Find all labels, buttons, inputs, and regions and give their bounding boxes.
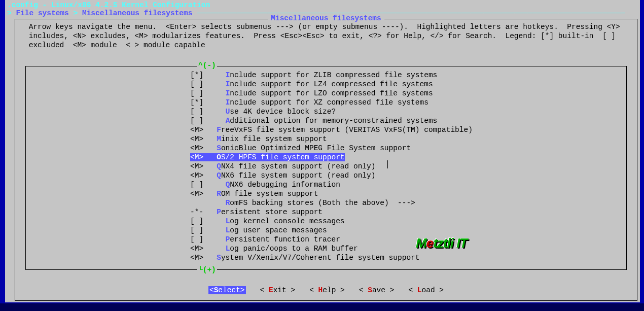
dialog-button[interactable]: < Save > — [359, 286, 395, 294]
window-title: .config - Linux/x86 4.2.5 Kernel Configu… — [5, 0, 640, 9]
menu-item[interactable]: <M> Log panic/oops to a RAM buffer — [26, 244, 626, 253]
help-text: Arrow keys navigate the menu. <Enter> se… — [15, 19, 637, 55]
bottom-bar — [0, 303, 644, 311]
menu-item[interactable]: -*- Persistent store support — [26, 208, 626, 217]
text-cursor — [387, 160, 388, 168]
dialog-title: Miscellaneous filesystems — [268, 14, 384, 22]
scroll-up-indicator: ^(-) — [197, 61, 217, 70]
menu-item[interactable]: <M> QNX4 file system support (read only) — [26, 162, 626, 171]
menu-item[interactable]: <M> QNX6 file system support (read only) — [26, 171, 626, 180]
menu-item[interactable]: [ ] Include support for LZ4 compressed f… — [26, 80, 626, 89]
menu-item[interactable]: <M> Minix file system support — [26, 134, 626, 144]
menu-item[interactable]: [ ] Log user space messages — [26, 226, 626, 235]
menu-item[interactable]: [ ] Include support for LZO compressed f… — [26, 89, 626, 98]
menu-item[interactable]: <M> SonicBlue Optimized MPEG File System… — [26, 144, 626, 153]
menu-item[interactable]: [*] Include support for XZ compressed fi… — [26, 98, 626, 107]
dialog-button[interactable]: <Select> — [208, 286, 246, 294]
breadcrumb-item: File systems — [16, 9, 68, 17]
dialog-button[interactable]: < Help > — [309, 286, 345, 294]
menu-item[interactable]: <M> FreeVxFS file system support (VERITA… — [26, 125, 626, 134]
button-bar: <Select>< Exit >< Help >< Save >< Load > — [15, 286, 637, 294]
breadcrumb-sep: > — [74, 9, 78, 17]
menu-item[interactable]: <M> OS/2 HPFS file system support — [26, 153, 345, 162]
dialog: Miscellaneous filesystems Arrow keys nav… — [15, 19, 637, 301]
menu-item[interactable]: [ ] QNX6 debugging information — [26, 180, 626, 189]
breadcrumb-item: Miscellaneous filesystems — [82, 9, 193, 17]
menu-item[interactable]: <M> ROM file system support — [26, 189, 626, 198]
menu-item[interactable]: [ ] Use 4K device block size? — [26, 107, 626, 116]
menu-list[interactable]: ^(-) [*] Include support for ZLIB compre… — [25, 66, 627, 270]
breadcrumb-line: ────────────────────────────────────────… — [197, 9, 625, 17]
scroll-down-indicator: └(+) — [197, 266, 217, 274]
dialog-button[interactable]: < Load > — [408, 286, 444, 294]
menu-item[interactable]: [*] Include support for ZLIB compressed … — [26, 71, 626, 80]
menu-item[interactable]: <M> System V/Xenix/V7/Coherent file syst… — [26, 253, 626, 262]
dialog-button[interactable]: < Exit > — [260, 286, 296, 294]
menu-item[interactable]: RomFS backing stores (Both the above) --… — [26, 198, 626, 208]
breadcrumb-sep: > — [7, 9, 12, 17]
menu-item[interactable]: [ ] Log kernel console messages — [26, 217, 626, 226]
menu-item[interactable]: [ ] Persistent function tracer — [26, 235, 626, 244]
menu-item[interactable]: [ ] Additional option for memory-constra… — [26, 116, 626, 125]
watermark-logo: Metztli IT — [416, 235, 467, 251]
